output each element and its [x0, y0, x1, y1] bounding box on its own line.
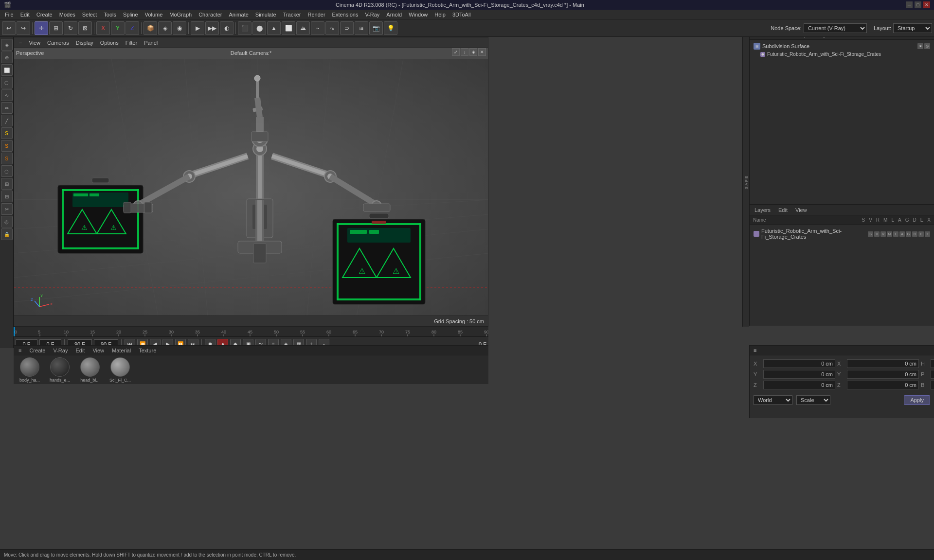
symmetry-tool[interactable]: ⊞	[1, 178, 13, 190]
magnet-tool[interactable]: ◎	[1, 216, 13, 228]
knife-tool[interactable]: ✂	[1, 203, 13, 215]
render-active-button[interactable]: ▶	[191, 21, 204, 35]
y-pos-input[interactable]	[763, 370, 835, 379]
light-button[interactable]: 💡	[384, 21, 397, 35]
model-mode-button[interactable]: ◈	[158, 21, 172, 35]
s2-tool[interactable]: S	[1, 140, 13, 152]
camera-button[interactable]: 📷	[369, 21, 383, 35]
coords-toggle[interactable]: ≡	[752, 348, 758, 353]
cone-button[interactable]: ▲	[267, 21, 281, 35]
vp-filter-menu[interactable]: Filter	[123, 39, 140, 47]
layer-exp-icon[interactable]: E	[918, 231, 924, 237]
scale-tool-button[interactable]: ⊞	[49, 21, 63, 35]
timeline-ruler[interactable]: 0 5 10 15 20 25 30 35 40 45 50 55 60 65 …	[14, 327, 488, 336]
spline-button[interactable]: ~	[311, 21, 324, 35]
material-item-scifi[interactable]: Sci_Fi_C...	[108, 357, 132, 383]
layer-anim-icon[interactable]: A	[899, 231, 905, 237]
material-item-hands[interactable]: hands_e...	[48, 357, 72, 383]
menu-item-extensions[interactable]: Extensions	[329, 11, 361, 18]
vp-panel-menu[interactable]: Panel	[141, 39, 161, 47]
world-dropdown[interactable]: World	[754, 395, 792, 405]
h-input[interactable]	[931, 359, 934, 368]
menu-item-modes[interactable]: Modes	[56, 11, 78, 18]
menu-item-volume[interactable]: Volume	[142, 11, 166, 18]
render-to-po-button[interactable]: ▶▶	[205, 21, 219, 35]
menu-item-character[interactable]: Character	[196, 11, 225, 18]
mat-tab-material[interactable]: Material	[109, 347, 134, 354]
cylinder-button[interactable]: ⬜	[282, 21, 295, 35]
menu-item-create[interactable]: Create	[34, 11, 55, 18]
transform-tool-button[interactable]: ⊠	[78, 21, 92, 35]
live-select-tool[interactable]: ⊕	[1, 52, 13, 63]
material-item-body[interactable]: body_ha...	[18, 357, 42, 383]
layer-lock-icon[interactable]: L	[893, 231, 898, 237]
vp-close-button[interactable]: ✕	[478, 48, 486, 56]
mat-tab-texture[interactable]: Texture	[136, 347, 159, 354]
x-rot-input[interactable]	[847, 359, 919, 368]
menu-item-arnold[interactable]: Arnold	[383, 11, 405, 18]
obj-render-icon[interactable]: ◎	[924, 43, 930, 49]
scene-area[interactable]: ⚠ ⚠ ⚠ ⚠	[14, 59, 488, 327]
mat-tab-vray[interactable]: V-Ray	[50, 347, 71, 354]
layer-x-icon[interactable]: X	[925, 231, 930, 237]
scale-dropdown[interactable]: Scale	[796, 395, 830, 405]
p-input[interactable]	[931, 370, 934, 379]
texture-mode-button[interactable]: ◉	[173, 21, 186, 35]
vp-cameras-menu[interactable]: Cameras	[44, 39, 72, 47]
vp-view-menu[interactable]: View	[26, 39, 43, 47]
layer-gen-icon[interactable]: G	[906, 231, 911, 237]
menu-item-3dtoall[interactable]: 3DToAll	[449, 11, 474, 18]
lock-tool[interactable]: 🔒	[1, 228, 13, 240]
vp-settings-button[interactable]: ◈	[469, 48, 477, 56]
object-row-subdivision[interactable]: ⊞ Subdivision Surface 👁 ◎	[752, 42, 932, 51]
viewport[interactable]: ≡ View Cameras Display Options Filter Pa…	[14, 37, 488, 327]
mat-tab-edit[interactable]: Edit	[72, 347, 88, 354]
mat-tab-create[interactable]: Create	[26, 347, 48, 354]
maximize-button[interactable]: □	[915, 1, 921, 8]
object-row-main-object[interactable]: ◆ Futuristic_Robotic_Arm_with_Sci-Fi_Sto…	[752, 51, 932, 58]
s-tool[interactable]: S	[1, 127, 13, 139]
vp-fullscreen-button[interactable]: ⤢	[452, 48, 460, 56]
nurbs-button[interactable]: ∿	[325, 21, 339, 35]
menu-item-render[interactable]: Render	[305, 11, 328, 18]
interactive-render-button[interactable]: ◐	[220, 21, 234, 35]
layout-dropdown[interactable]: Startup	[893, 23, 932, 33]
z-axis-button[interactable]: Z	[126, 21, 139, 35]
layers-tab-layers[interactable]: Layers	[752, 206, 773, 214]
layer-deform-icon[interactable]: D	[912, 231, 917, 237]
move-tool-button[interactable]: ✛	[35, 21, 48, 35]
object-mode-button[interactable]: 📦	[144, 21, 157, 35]
brush-tool[interactable]: ✏	[1, 102, 13, 114]
layer-manager-icon[interactable]: M	[887, 231, 892, 237]
rectangle-select-tool[interactable]: ⬜	[1, 64, 13, 76]
mat-tab-view[interactable]: View	[90, 347, 107, 354]
menu-item-file[interactable]: File	[2, 11, 17, 18]
s3-tool[interactable]: S	[1, 153, 13, 164]
vp-display-menu[interactable]: Display	[73, 39, 96, 47]
layer-row-main[interactable]: Futuristic_Robotic_Arm_with_Sci-Fi_Stora…	[752, 227, 932, 241]
menu-item-spline[interactable]: Spline	[120, 11, 141, 18]
z-rot-input[interactable]	[847, 381, 919, 389]
layer-render-icon[interactable]: R	[880, 231, 886, 237]
undo-button[interactable]: ↩	[2, 21, 16, 35]
b-input[interactable]	[931, 381, 934, 389]
menu-item-edit[interactable]: Edit	[18, 11, 33, 18]
effector-button[interactable]: ≋	[355, 21, 368, 35]
sphere-button[interactable]: ⬤	[252, 21, 266, 35]
sculpt-tool[interactable]: ⊟	[1, 191, 13, 202]
menu-item-animate[interactable]: Animate	[226, 11, 251, 18]
vp-render-button[interactable]: ↓	[461, 48, 468, 56]
material-item-head[interactable]: head_bi...	[78, 357, 102, 383]
z-pos-input[interactable]	[763, 381, 835, 389]
x-pos-input[interactable]	[763, 359, 835, 368]
lasso-select-tool[interactable]: ∿	[1, 89, 13, 101]
polygon-select-tool[interactable]: ⬡	[1, 77, 13, 88]
menu-item-window[interactable]: Window	[406, 11, 431, 18]
mat-tab-toggle[interactable]: ≡	[16, 347, 24, 354]
landscape-button[interactable]: ⛰	[296, 21, 310, 35]
layers-tab-view[interactable]: View	[792, 206, 810, 214]
select-tool[interactable]: ◈	[1, 39, 13, 51]
menu-item-help[interactable]: Help	[431, 11, 449, 18]
menu-item-mograph[interactable]: MoGraph	[166, 11, 195, 18]
layer-solo-icon[interactable]: S	[868, 231, 873, 237]
